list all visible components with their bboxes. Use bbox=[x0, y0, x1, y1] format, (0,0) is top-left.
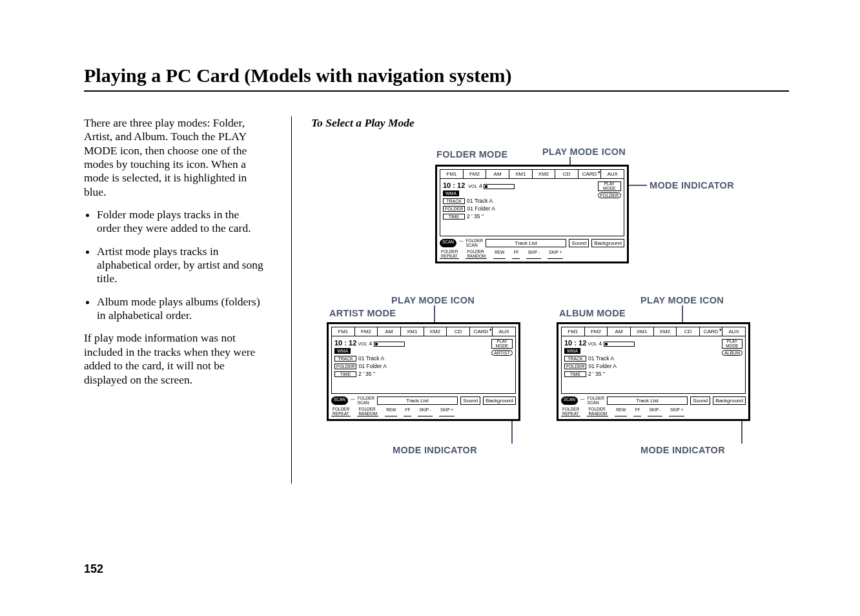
track-list-button[interactable]: Track List bbox=[486, 239, 566, 247]
tab-xm1[interactable]: XM1 bbox=[631, 327, 654, 336]
tab-xm2[interactable]: XM2 bbox=[424, 327, 447, 336]
codec-badge: WMA bbox=[564, 348, 580, 354]
tab-card[interactable]: CARD▾ bbox=[578, 170, 602, 178]
label-folder-mode: FOLDER MODE bbox=[436, 149, 507, 159]
scan-button[interactable]: SCAN bbox=[440, 239, 456, 247]
play-mode-button[interactable]: PLAY MODE bbox=[722, 339, 742, 349]
skip-prev-button[interactable]: SKIP - bbox=[418, 407, 433, 416]
source-tabs: FM1 FM2 AM XM1 XM2 CD CARD▾ AUX bbox=[561, 327, 746, 336]
transport-row: FOLDER REPEAT FOLDER RANDOM REW FF SKIP … bbox=[440, 250, 624, 259]
label-play-mode-icon-left: PLAY MODE ICON bbox=[391, 295, 475, 305]
folder-random-button[interactable]: FOLDER RANDOM bbox=[587, 407, 608, 416]
tab-aux[interactable]: AUX bbox=[493, 327, 515, 336]
skip-next-button[interactable]: SKIP + bbox=[548, 250, 563, 259]
skip-next-button[interactable]: SKIP + bbox=[669, 407, 684, 416]
folder-repeat-button[interactable]: FOLDER REPEAT bbox=[561, 407, 580, 416]
folder-repeat-button[interactable]: FOLDER REPEAT bbox=[440, 250, 459, 259]
scan-button[interactable]: SCAN bbox=[561, 396, 578, 405]
chevron-down-icon: ▾ bbox=[719, 327, 722, 333]
screen-artist-mode: FM1 FM2 AM XM1 XM2 CD CARD▾ AUX 10 : 12 … bbox=[327, 322, 520, 421]
tab-xm1[interactable]: XM1 bbox=[509, 170, 533, 178]
elapsed-value: 2 ' 35 " bbox=[467, 213, 484, 220]
track-list-button[interactable]: Track List bbox=[377, 396, 458, 405]
tab-card[interactable]: CARD▾ bbox=[470, 327, 493, 336]
label-album-mode: ALBUM MODE bbox=[559, 308, 626, 318]
page-number: 152 bbox=[84, 562, 103, 576]
background-button[interactable]: Background bbox=[591, 239, 624, 247]
tab-am[interactable]: AM bbox=[378, 327, 401, 336]
folder-scan-button[interactable]: FOLDER SCAN bbox=[358, 396, 374, 405]
mode-indicator-artist[interactable]: ARTIST bbox=[491, 350, 513, 356]
label-mode-indicator-top: MODE INDICATOR bbox=[650, 180, 734, 190]
play-mode-button[interactable]: PLAY MODE bbox=[491, 339, 513, 349]
source-tabs: FM1 FM2 AM XM1 XM2 CD CARD▾ AUX bbox=[440, 169, 624, 179]
rew-button[interactable]: REW bbox=[615, 407, 627, 416]
subhead: To Select a Play Mode bbox=[311, 116, 789, 130]
tab-fm2[interactable]: FM2 bbox=[355, 327, 378, 336]
folder-repeat-button[interactable]: FOLDER REPEAT bbox=[331, 407, 351, 416]
page-title: Playing a PC Card (Models with navigatio… bbox=[84, 65, 789, 87]
folder-value: 01 Folder A bbox=[467, 205, 495, 212]
bullet-artist: Artist mode plays tracks in alphabetical… bbox=[97, 245, 265, 286]
tab-am[interactable]: AM bbox=[486, 170, 509, 178]
folder-random-button[interactable]: FOLDER RANDOM bbox=[466, 250, 487, 259]
tab-cd[interactable]: CD bbox=[447, 327, 470, 336]
background-button[interactable]: Background bbox=[713, 396, 746, 405]
tab-xm2[interactable]: XM2 bbox=[654, 327, 677, 336]
track-value: 01 Track A bbox=[467, 198, 493, 204]
tab-cd[interactable]: CD bbox=[677, 327, 700, 336]
skip-next-button[interactable]: SKIP + bbox=[439, 407, 455, 416]
folder-scan-button[interactable]: FOLDER SCAN bbox=[466, 239, 483, 247]
tab-fm1[interactable]: FM1 bbox=[562, 327, 585, 336]
background-button[interactable]: Background bbox=[483, 396, 516, 405]
skip-prev-button[interactable]: SKIP - bbox=[648, 407, 662, 416]
ff-button[interactable]: FF bbox=[633, 407, 641, 416]
time-label: TIME bbox=[443, 214, 465, 220]
bullet-folder: Folder mode plays tracks in the order th… bbox=[97, 208, 265, 236]
sound-button[interactable]: Sound bbox=[690, 396, 710, 405]
tab-am[interactable]: AM bbox=[608, 327, 631, 336]
tab-card[interactable]: CARD▾ bbox=[700, 327, 723, 336]
rew-button[interactable]: REW bbox=[385, 407, 397, 416]
title-rule bbox=[84, 90, 789, 92]
tab-fm2[interactable]: FM2 bbox=[464, 170, 487, 178]
rew-button[interactable]: REW bbox=[493, 250, 506, 259]
tab-fm1[interactable]: FM1 bbox=[440, 170, 464, 178]
mode-indicator-album[interactable]: ALBUM bbox=[722, 350, 742, 356]
skip-prev-button[interactable]: SKIP - bbox=[526, 250, 541, 259]
screen-folder-mode: FM1 FM2 AM XM1 XM2 CD CARD▾ AUX 10 : 12 bbox=[435, 165, 629, 263]
codec-badge: WMA bbox=[334, 348, 351, 354]
chevron-down-icon: ▾ bbox=[489, 327, 492, 333]
intro-paragraph: There are three play modes: Folder, Arti… bbox=[84, 116, 265, 199]
tab-fm2[interactable]: FM2 bbox=[585, 327, 608, 336]
folder-random-button[interactable]: FOLDER RANDOM bbox=[357, 407, 378, 416]
screen-album-mode: FM1 FM2 AM XM1 XM2 CD CARD▾ AUX 10 : 12 … bbox=[557, 322, 750, 421]
play-mode-button[interactable]: PLAY MODE bbox=[598, 181, 621, 191]
chevron-down-icon: ▾ bbox=[598, 170, 600, 175]
mode-indicator-folder[interactable]: FOLDER bbox=[598, 192, 621, 198]
label-play-mode-icon-right: PLAY MODE ICON bbox=[640, 295, 724, 305]
tab-xm2[interactable]: XM2 bbox=[533, 170, 556, 178]
volume-bar bbox=[484, 184, 515, 189]
folder-scan-button[interactable]: FOLDER SCAN bbox=[588, 396, 604, 405]
diagram-area: FOLDER MODE PLAY MODE ICON MODE INDICATO… bbox=[311, 141, 789, 484]
callout-line bbox=[682, 305, 683, 322]
tab-xm1[interactable]: XM1 bbox=[401, 327, 424, 336]
label-artist-mode: ARTIST MODE bbox=[329, 308, 396, 318]
sound-button[interactable]: Sound bbox=[460, 396, 480, 405]
sound-button[interactable]: Sound bbox=[569, 239, 589, 247]
body-text-column: There are three play modes: Folder, Arti… bbox=[84, 116, 265, 484]
ff-button[interactable]: FF bbox=[404, 407, 411, 416]
tab-cd[interactable]: CD bbox=[555, 170, 578, 178]
ff-button[interactable]: FF bbox=[512, 250, 520, 259]
tab-aux[interactable]: AUX bbox=[722, 327, 745, 336]
track-label: TRACK bbox=[443, 198, 465, 204]
folder-label: FOLDER bbox=[443, 206, 465, 212]
track-list-button[interactable]: Track List bbox=[607, 396, 688, 405]
label-mode-indicator-right: MODE INDICATOR bbox=[640, 445, 725, 455]
tab-aux[interactable]: AUX bbox=[601, 170, 624, 178]
tab-fm1[interactable]: FM1 bbox=[332, 327, 355, 336]
scan-button[interactable]: SCAN bbox=[331, 396, 348, 405]
clock-vol: 10 : 12 VOL 4 bbox=[443, 181, 621, 189]
note-paragraph: If play mode information was not include… bbox=[84, 331, 265, 386]
